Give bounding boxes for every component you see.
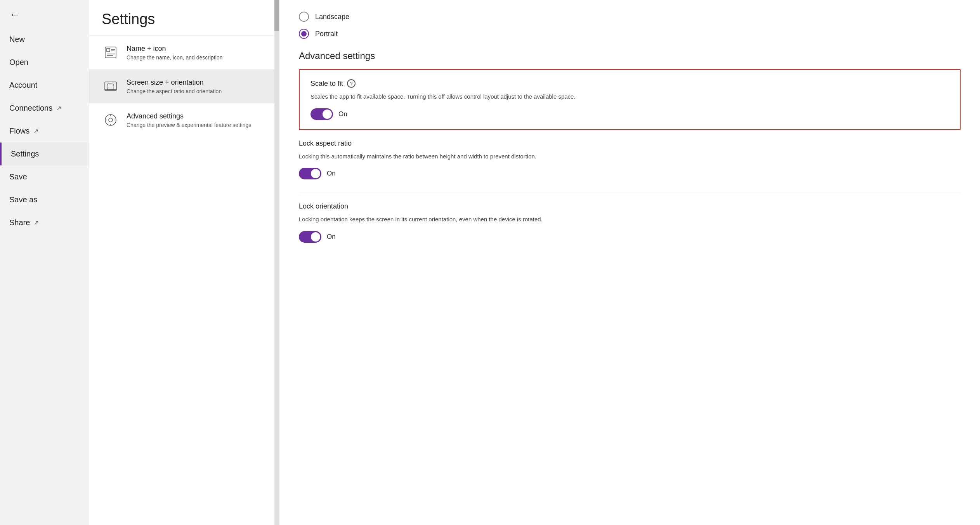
orientation-section: Landscape Portrait (299, 12, 961, 39)
toggle-lock-orientation[interactable] (299, 231, 321, 243)
external-icon: ↗ (34, 219, 39, 226)
sidebar-label: New (9, 35, 25, 44)
help-icon-scale-to-fit[interactable]: ? (347, 79, 356, 88)
menu-item-screen-size[interactable]: Screen size + orientation Change the asp… (89, 69, 279, 103)
setting-card-lock-aspect-ratio: Lock aspect ratio Locking this automatic… (299, 139, 961, 189)
sidebar-item-open[interactable]: Open (0, 51, 89, 74)
toggle-label-lock-orientation: On (327, 233, 336, 241)
sidebar-item-settings[interactable]: Settings (0, 143, 89, 165)
setting-name-scale-to-fit: Scale to fit ? (310, 79, 949, 88)
sidebar-item-new[interactable]: New (0, 28, 89, 51)
middle-panel: Settings Name + icon Change the name, ic… (89, 0, 279, 525)
sidebar-item-save[interactable]: Save (0, 165, 89, 188)
toggle-row-lock-orientation: On (299, 231, 961, 243)
external-icon: ↗ (33, 127, 38, 135)
setting-desc-scale-to-fit: Scales the app to fit available space. T… (310, 92, 949, 101)
menu-item-name-icon[interactable]: Name + icon Change the name, icon, and d… (89, 35, 279, 69)
sidebar-item-save-as[interactable]: Save as (0, 188, 89, 211)
radio-circle-portrait (299, 29, 309, 39)
page-title: Settings (89, 0, 279, 35)
divider-1 (299, 193, 961, 193)
menu-text-advanced-settings: Advanced settings Change the preview & e… (127, 112, 251, 128)
svg-point-9 (105, 115, 116, 125)
external-icon: ↗ (56, 104, 61, 112)
sidebar-nav: NewOpenAccountConnections↗Flows↗Settings… (0, 28, 89, 525)
back-button[interactable]: ← (0, 0, 89, 28)
menu-icon-name-icon (102, 43, 120, 61)
sidebar-item-account[interactable]: Account (0, 74, 89, 97)
menu-desc-advanced-settings: Change the preview & experimental featur… (127, 122, 251, 128)
sidebar-label: Save (9, 172, 27, 181)
sidebar-label: Settings (11, 150, 39, 158)
advanced-settings-title: Advanced settings (299, 50, 961, 61)
radio-landscape[interactable]: Landscape (299, 12, 961, 22)
setting-name-lock-aspect-ratio: Lock aspect ratio (299, 139, 961, 148)
sidebar-label: Account (9, 81, 37, 90)
sidebar-item-flows[interactable]: Flows↗ (0, 120, 89, 143)
toggle-row-scale-to-fit: On (310, 108, 949, 120)
content-panel: Landscape Portrait Advanced settings Sca… (279, 0, 980, 525)
svg-point-10 (109, 118, 113, 122)
sidebar-label: Share (9, 218, 30, 227)
sidebar-label: Save as (9, 195, 37, 204)
back-arrow-icon: ← (9, 9, 20, 21)
menu-title-screen-size: Screen size + orientation (127, 78, 222, 87)
toggle-label-lock-aspect-ratio: On (327, 170, 336, 177)
menu-desc-name-icon: Change the name, icon, and description (127, 54, 223, 61)
setting-card-scale-to-fit: Scale to fit ? Scales the app to fit ava… (299, 69, 961, 130)
sidebar-label: Flows (9, 127, 29, 136)
menu-title-advanced-settings: Advanced settings (127, 112, 251, 120)
scrollbar-track[interactable] (274, 0, 279, 525)
toggle-lock-aspect-ratio[interactable] (299, 168, 321, 179)
toggle-scale-to-fit[interactable] (310, 108, 333, 120)
menu-icon-screen-size (102, 77, 120, 95)
radio-portrait[interactable]: Portrait (299, 29, 961, 39)
toggle-label-scale-to-fit: On (338, 110, 347, 118)
setting-name-lock-orientation: Lock orientation (299, 202, 961, 210)
radio-label-portrait: Portrait (315, 30, 338, 38)
radio-circle-landscape (299, 12, 309, 22)
sidebar-item-share[interactable]: Share↗ (0, 211, 89, 234)
settings-menu: Name + icon Change the name, icon, and d… (89, 35, 279, 137)
menu-item-advanced-settings[interactable]: Advanced settings Change the preview & e… (89, 103, 279, 137)
menu-desc-screen-size: Change the aspect ratio and orientation (127, 88, 222, 94)
sidebar-label: Open (9, 58, 28, 67)
setting-card-lock-orientation: Lock orientation Locking orientation kee… (299, 202, 961, 252)
sidebar-label: Connections (9, 104, 52, 113)
menu-text-screen-size: Screen size + orientation Change the asp… (127, 78, 222, 94)
svg-rect-8 (108, 84, 114, 89)
menu-text-name-icon: Name + icon Change the name, icon, and d… (127, 45, 223, 61)
toggle-row-lock-aspect-ratio: On (299, 168, 961, 179)
setting-desc-lock-aspect-ratio: Locking this automatically maintains the… (299, 152, 961, 161)
menu-icon-advanced-settings (102, 111, 120, 129)
sidebar: ← NewOpenAccountConnections↗Flows↗Settin… (0, 0, 89, 525)
setting-desc-lock-orientation: Locking orientation keeps the screen in … (299, 215, 961, 224)
menu-title-name-icon: Name + icon (127, 45, 223, 53)
svg-rect-1 (107, 49, 110, 52)
scrollbar-thumb[interactable] (274, 0, 279, 31)
radio-label-landscape: Landscape (315, 13, 349, 21)
sidebar-item-connections[interactable]: Connections↗ (0, 97, 89, 120)
